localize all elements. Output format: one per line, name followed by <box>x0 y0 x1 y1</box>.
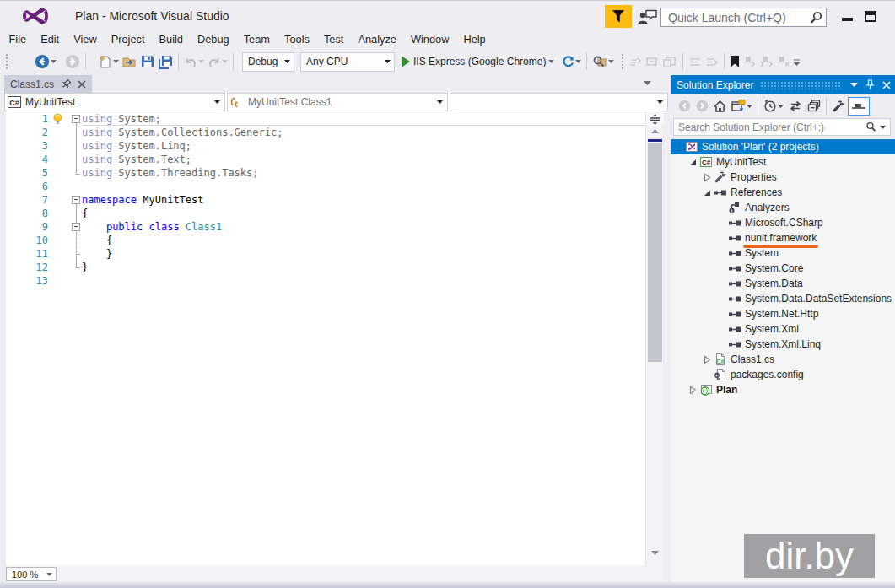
comment-button[interactable] <box>687 51 704 72</box>
scroll-down-arrow[interactable] <box>646 551 664 555</box>
menu-window[interactable]: Window <box>403 30 456 48</box>
menu-view[interactable]: View <box>67 30 105 48</box>
code-line-9[interactable]: 9 public class Class1 <box>6 220 645 234</box>
decrease-indent-button[interactable] <box>644 51 661 72</box>
menu-file[interactable]: File <box>2 30 34 48</box>
expander-collapsed-icon[interactable] <box>702 354 713 365</box>
lightbulb-icon[interactable] <box>52 113 63 125</box>
solution-explorer-search-input[interactable]: Search Solution Explorer (Ctrl+;) <box>673 118 891 136</box>
forward-button[interactable] <box>693 97 711 116</box>
code-line-8[interactable]: 8{ <box>6 207 645 220</box>
tree-item-solution-plan-2-projects[interactable]: Solution 'Plan' (2 projects) <box>671 139 895 154</box>
minimize-button[interactable] <box>835 6 859 26</box>
menu-team[interactable]: Team <box>236 30 277 48</box>
menu-help[interactable]: Help <box>456 30 493 48</box>
expander-expanded-icon[interactable] <box>702 187 713 198</box>
toolbar-grip[interactable] <box>620 52 624 71</box>
collapse-all-button[interactable] <box>805 97 823 116</box>
tree-item-properties[interactable]: Properties <box>671 170 895 185</box>
editor-vertical-scrollbar[interactable] <box>645 111 663 565</box>
tree-item-system-data-datasetextensions[interactable]: System.Data.DataSetExtensions <box>671 291 895 306</box>
close-icon[interactable] <box>78 80 86 89</box>
tree-item-plan[interactable]: Plan <box>671 382 895 397</box>
display-indicators-button[interactable] <box>627 51 644 72</box>
window-position-chevron-icon[interactable] <box>847 78 861 92</box>
navigate-back-button[interactable] <box>33 51 58 72</box>
tree-item-class1-cs[interactable]: C#Class1.cs <box>671 352 895 367</box>
solution-explorer-title-bar[interactable]: Solution Explorer <box>671 75 895 94</box>
start-debugging-button[interactable]: IIS Express (Google Chrome) <box>400 51 555 72</box>
solution-platform-combo[interactable]: Any CPU <box>300 52 395 72</box>
expander-collapsed-icon[interactable] <box>702 172 713 183</box>
code-line-11[interactable]: 11 } <box>6 247 645 261</box>
refresh-button[interactable] <box>560 51 583 72</box>
maximize-button[interactable] <box>859 6 882 26</box>
redo-button[interactable] <box>206 51 229 72</box>
switch-views-button[interactable] <box>729 97 755 116</box>
find-in-files-button[interactable] <box>590 51 616 72</box>
quick-launch-input[interactable]: Quick Launch (Ctrl+Q) <box>660 8 827 27</box>
uncomment-button[interactable] <box>704 51 720 72</box>
sync-with-active-document-button[interactable] <box>786 97 805 116</box>
tree-item-system-xml[interactable]: System.Xml <box>671 321 895 337</box>
scrollbar-thumb[interactable] <box>648 143 662 362</box>
navbar-project-combo[interactable]: C# MyUnitTest <box>4 93 225 111</box>
navbar-type-combo[interactable]: MyUnitTest.Class1 <box>227 93 448 111</box>
pending-changes-filter-button[interactable] <box>761 97 786 116</box>
menu-debug[interactable]: Debug <box>191 30 237 48</box>
tree-item-system-core[interactable]: System.Core <box>671 261 895 276</box>
tree-item-analyzers[interactable]: iAnalyzers <box>671 200 895 215</box>
code-editor[interactable]: 1using System;2using System.Collections.… <box>6 111 645 565</box>
toolbar-overflow-icon[interactable] <box>793 58 801 66</box>
fold-collapse-box[interactable] <box>72 115 80 123</box>
close-icon[interactable] <box>879 78 893 92</box>
expander-collapsed-icon[interactable] <box>687 385 698 396</box>
tree-item-system-net-http[interactable]: System.Net.Http <box>671 306 895 321</box>
previous-bookmark-button[interactable] <box>741 51 758 72</box>
navbar-member-combo[interactable] <box>450 93 668 111</box>
document-tab[interactable]: Class1.cs <box>4 75 92 93</box>
tree-item-packages-config[interactable]: packages.config <box>671 367 895 382</box>
pin-icon[interactable] <box>61 78 72 89</box>
code-line-3[interactable]: 3using System.Linq; <box>6 139 645 153</box>
menu-analyze[interactable]: Analyze <box>351 30 404 48</box>
menu-test[interactable]: Test <box>316 30 350 48</box>
save-button[interactable] <box>139 51 156 72</box>
back-button[interactable] <box>676 97 693 116</box>
editor-split-handle[interactable] <box>646 111 664 127</box>
save-all-button[interactable] <box>156 51 175 72</box>
toolbar-grip[interactable] <box>4 52 8 71</box>
menu-edit[interactable]: Edit <box>34 30 67 48</box>
clear-bookmarks-button[interactable] <box>775 51 792 72</box>
code-line-6[interactable]: 6 <box>6 180 645 193</box>
solution-configuration-combo[interactable]: Debug <box>242 52 294 72</box>
zoom-level-combo[interactable]: 100 % <box>6 567 57 581</box>
code-line-1[interactable]: 1using System; <box>6 112 645 126</box>
home-button[interactable] <box>711 97 729 116</box>
notifications-icon[interactable] <box>605 5 632 28</box>
tree-item-system-xml-linq[interactable]: System.Xml.Linq <box>671 337 895 352</box>
fold-collapse-box[interactable] <box>72 223 80 231</box>
tree-item-references[interactable]: References <box>671 185 895 200</box>
open-file-button[interactable] <box>121 51 139 72</box>
code-line-5[interactable]: 5using System.Threading.Tasks; <box>6 166 645 180</box>
code-line-7[interactable]: 7namespace MyUnitTest <box>6 193 645 207</box>
menu-tools[interactable]: Tools <box>278 30 317 48</box>
menu-project[interactable]: Project <box>104 30 152 48</box>
bookmark-button[interactable] <box>728 51 741 72</box>
next-bookmark-button[interactable] <box>758 51 775 72</box>
undo-button[interactable] <box>182 51 206 72</box>
code-line-2[interactable]: 2using System.Collections.Generic; <box>6 126 645 139</box>
tree-item-system-data[interactable]: System.Data <box>671 276 895 291</box>
preview-selected-items-button[interactable] <box>848 97 870 116</box>
feedback-icon[interactable] <box>636 8 658 26</box>
document-list-chevron-icon[interactable] <box>644 81 651 85</box>
code-line-10[interactable]: 10 { <box>6 234 645 247</box>
pin-icon[interactable] <box>863 78 877 92</box>
new-project-button[interactable] <box>96 51 121 72</box>
fold-collapse-box[interactable] <box>72 196 80 204</box>
scroll-up-arrow[interactable] <box>646 129 664 133</box>
increase-indent-button[interactable] <box>661 51 679 72</box>
tree-item-myunittest[interactable]: C#MyUnitTest <box>671 154 895 170</box>
chevron-down-icon[interactable] <box>880 126 886 129</box>
